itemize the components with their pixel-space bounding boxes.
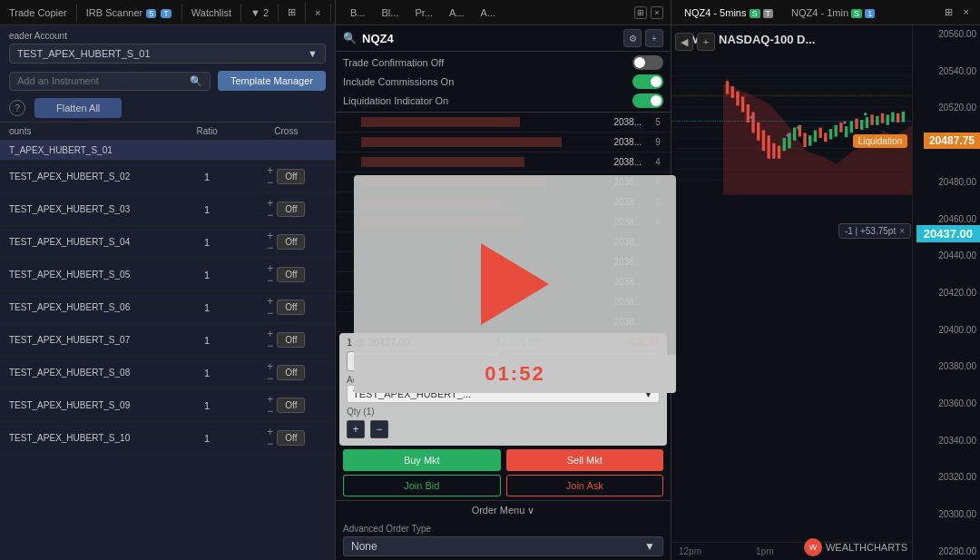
- svg-rect-35: [839, 123, 842, 133]
- off-button[interactable]: Off: [277, 332, 305, 348]
- ratio-minus-icon[interactable]: −: [267, 373, 273, 384]
- account-controls: +−Off: [247, 296, 326, 319]
- tab-irb-scanner[interactable]: IRB Scanner 5 T: [77, 4, 182, 22]
- off-button[interactable]: Off: [277, 201, 305, 217]
- ratio-plus-minus[interactable]: +−: [267, 263, 273, 286]
- ratio-plus-minus[interactable]: +−: [267, 427, 273, 449]
- toggle-trade-confirm[interactable]: [632, 55, 663, 70]
- svg-point-52: [864, 113, 867, 115]
- ratio-plus-minus[interactable]: +−: [267, 231, 273, 253]
- ratio-minus-icon[interactable]: −: [267, 177, 273, 188]
- template-manager-button[interactable]: Template Manager: [218, 71, 326, 91]
- chart-nav-plus-icon[interactable]: +: [697, 33, 715, 51]
- off-button[interactable]: Off: [277, 267, 305, 282]
- wc-logo-icon: W: [804, 538, 822, 556]
- video-timer-bar: 01:52: [354, 355, 676, 393]
- account-selector[interactable]: TEST_APEX_HUBERT_S_01 ▼: [9, 44, 326, 64]
- off-button[interactable]: Off: [277, 398, 305, 413]
- dom-add-icon[interactable]: +: [645, 29, 663, 47]
- dom-vol-text: 9: [645, 137, 671, 147]
- ratio-plus-icon[interactable]: +: [267, 263, 273, 274]
- maximize-icon[interactable]: ⊞: [634, 6, 647, 19]
- off-button[interactable]: Off: [277, 430, 305, 446]
- order-type-chevron: ▼: [644, 540, 655, 553]
- ratio-plus-icon[interactable]: +: [267, 231, 273, 241]
- toggle-commissions[interactable]: [632, 74, 663, 89]
- video-overlay[interactable]: 01:52: [354, 175, 676, 393]
- ratio-plus-icon[interactable]: +: [267, 296, 273, 307]
- play-button-icon[interactable]: [481, 243, 549, 325]
- order-type-selector[interactable]: None ▼: [343, 536, 663, 556]
- tab-trade-copier[interactable]: Trade Copier: [0, 4, 77, 22]
- svg-rect-36: [845, 126, 848, 137]
- toggle-liquidation[interactable]: [632, 93, 663, 108]
- ratio-plus-icon[interactable]: +: [267, 329, 273, 339]
- setting-commissions: Include Commissions On: [343, 74, 663, 89]
- tab-watchlist[interactable]: Watchlist: [182, 4, 241, 22]
- position-badge: -1 | +53.75pt ×: [838, 223, 911, 239]
- price-axis-label: 20540.00: [916, 66, 976, 76]
- wc-logo-text: WEALTHCHARTS: [826, 542, 907, 553]
- position-close-icon[interactable]: ×: [899, 226, 905, 236]
- qty-decrease-button[interactable]: −: [370, 420, 388, 438]
- ratio-plus-icon[interactable]: +: [267, 198, 273, 209]
- ratio-minus-icon[interactable]: −: [267, 438, 273, 449]
- mid-tab-pr[interactable]: Pr...: [407, 5, 440, 21]
- ratio-plus-minus[interactable]: +−: [267, 296, 273, 319]
- ratio-plus-minus[interactable]: +−: [267, 165, 273, 188]
- off-button[interactable]: Off: [277, 234, 305, 250]
- ratio-plus-icon[interactable]: +: [267, 361, 273, 372]
- sell-market-button[interactable]: Sell Mkt: [506, 449, 664, 471]
- join-ask-button[interactable]: Join Ask: [506, 475, 664, 496]
- account-name-text: TEST_APEX_HUBERT_S_08: [9, 368, 168, 378]
- ratio-minus-icon[interactable]: −: [267, 406, 273, 417]
- account-name-text: T_APEX_HUBERT_S_01: [9, 145, 168, 155]
- chart-expand-icon[interactable]: ⊞: [941, 5, 956, 20]
- buy-market-button[interactable]: Buy Mkt: [343, 449, 501, 471]
- off-button[interactable]: Off: [277, 169, 305, 184]
- ratio-minus-icon[interactable]: −: [267, 242, 273, 253]
- ratio-minus-icon[interactable]: −: [267, 275, 273, 286]
- mid-tab-b[interactable]: B...: [343, 5, 373, 21]
- tab-layout-select[interactable]: ▼ 2: [241, 4, 279, 22]
- price-axis-label: 20340.00: [916, 436, 976, 446]
- chart-tab-5min[interactable]: NQZ4 - 5mins S T: [679, 5, 779, 21]
- chart-nav-left-icon[interactable]: ◀: [675, 33, 693, 51]
- ratio-plus-minus[interactable]: +−: [267, 329, 273, 351]
- ratio-minus-icon[interactable]: −: [267, 340, 273, 351]
- dom-row[interactable]: 2038...4: [336, 152, 671, 172]
- flatten-all-button[interactable]: Flatten All: [34, 98, 122, 118]
- ratio-plus-minus[interactable]: +−: [267, 198, 273, 221]
- symbol-input[interactable]: [17, 75, 186, 86]
- ratio-plus-icon[interactable]: +: [267, 427, 273, 437]
- mid-tab-a2[interactable]: A...: [474, 5, 504, 21]
- ratio-plus-minus[interactable]: +−: [267, 394, 273, 417]
- chart-tab-1min[interactable]: NQZ4 - 1min S 1: [786, 5, 880, 21]
- ratio-minus-icon[interactable]: −: [267, 308, 273, 319]
- tab-grid[interactable]: ⊞: [279, 3, 306, 22]
- mid-tab-bl[interactable]: Bl...: [375, 5, 407, 21]
- accounts-list: T_APEX_HUBERT_S_01TEST_APEX_HUBERT_S_021…: [0, 141, 335, 560]
- ratio-plus-minus[interactable]: +−: [267, 361, 273, 384]
- dom-search-icon[interactable]: 🔍: [343, 32, 357, 44]
- symbol-input-wrap[interactable]: 🔍: [9, 72, 211, 91]
- join-bid-button[interactable]: Join Bid: [343, 475, 501, 496]
- off-button[interactable]: Off: [277, 300, 305, 315]
- dom-row[interactable]: 2038...9: [336, 133, 671, 152]
- svg-point-51: [843, 121, 846, 123]
- dom-row[interactable]: 2038...5: [336, 113, 671, 133]
- help-icon[interactable]: ?: [9, 100, 25, 116]
- qty-increase-button[interactable]: +: [347, 420, 365, 438]
- ratio-plus-icon[interactable]: +: [267, 165, 273, 176]
- close-icon[interactable]: ×: [651, 6, 663, 19]
- ratio-plus-icon[interactable]: +: [267, 394, 273, 405]
- off-button[interactable]: Off: [277, 365, 305, 380]
- tab-close[interactable]: ×: [306, 4, 330, 22]
- top-tabs: Trade Copier IRB Scanner 5 T Watchlist ▼…: [0, 0, 335, 25]
- ratio-minus-icon[interactable]: −: [267, 210, 273, 221]
- mid-tab-a1[interactable]: A...: [442, 5, 472, 21]
- order-menu-label[interactable]: Order Menu ∨: [472, 505, 535, 516]
- svg-rect-28: [803, 133, 806, 147]
- dom-settings-icon[interactable]: ⚙: [623, 29, 642, 47]
- chart-close-icon[interactable]: ×: [960, 5, 973, 20]
